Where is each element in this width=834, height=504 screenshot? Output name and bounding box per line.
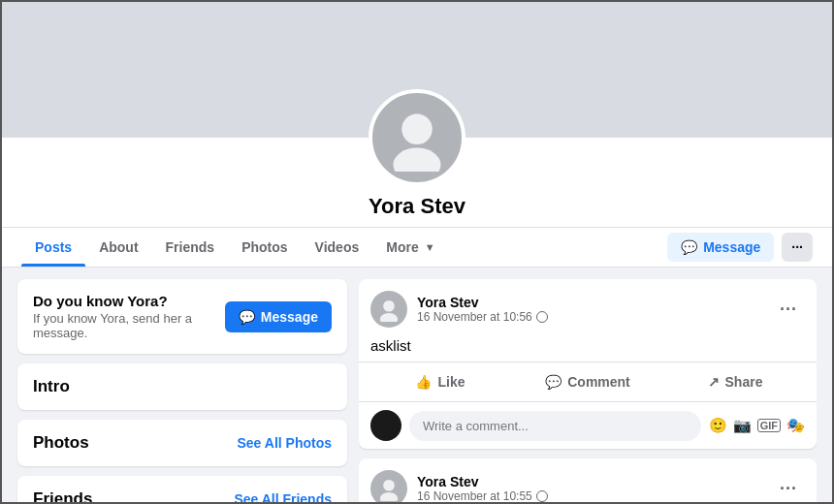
post-date-2: 16 November at 10:55: [417, 489, 532, 503]
tab-friends[interactable]: Friends: [152, 228, 229, 267]
svg-point-3: [380, 313, 398, 322]
like-label-1: Like: [437, 374, 465, 390]
profile-nav: Posts About Friends Photos Videos More ▼…: [2, 227, 832, 267]
post-body-1: asklist: [359, 333, 817, 362]
photos-panel-row: Photos See All Photos: [33, 433, 332, 453]
intro-panel-title: Intro: [33, 377, 70, 396]
post-author-1: Yora Stev 16 November at 10:56: [370, 291, 548, 328]
svg-point-2: [383, 300, 395, 312]
intro-panel-row: Intro: [33, 377, 332, 396]
comment-input-1[interactable]: [409, 411, 701, 441]
post-avatar-1: [370, 291, 407, 328]
tab-photos[interactable]: Photos: [228, 228, 301, 267]
post-author-info-1: Yora Stev 16 November at 10:56: [417, 295, 548, 324]
more-dots-button[interactable]: ···: [782, 233, 813, 262]
left-column: Do you know Yora? If you know Yora, send…: [17, 279, 347, 504]
svg-point-1: [394, 148, 441, 173]
main-content: Do you know Yora? If you know Yora, send…: [2, 268, 832, 504]
post-meta-1: 16 November at 10:56: [417, 310, 548, 324]
comment-icon-1: 💬: [545, 374, 561, 390]
tab-more-label: More: [386, 239, 418, 255]
post-avatar-2: [370, 470, 407, 504]
see-all-photos-link[interactable]: See All Photos: [237, 435, 332, 451]
post-author-2: Yora Stev 16 November at 10:55: [370, 470, 548, 504]
tab-videos[interactable]: Videos: [302, 228, 373, 267]
photos-panel: Photos See All Photos: [17, 420, 347, 466]
like-icon-1: 👍: [415, 374, 432, 390]
message-button[interactable]: 💬 Message: [667, 233, 774, 262]
share-icon-1: ↗: [708, 374, 720, 390]
photos-panel-title: Photos: [33, 433, 89, 453]
nav-tabs: Posts About Friends Photos Videos More ▼: [21, 228, 667, 267]
post-header-1: Yora Stev 16 November at 10:56 ···: [359, 279, 817, 333]
messenger-icon: 💬: [681, 239, 697, 255]
know-banner-subtitle: If you know Yora, send her a message.: [33, 311, 225, 340]
tab-about[interactable]: About: [85, 228, 151, 267]
chevron-down-icon: ▼: [425, 241, 435, 253]
post-options-2[interactable]: ···: [772, 475, 805, 503]
svg-point-0: [401, 114, 433, 145]
post-actions-1: 👍 Like 💬 Comment ↗ Share: [359, 362, 817, 401]
know-banner-title: Do you know Yora?: [33, 293, 225, 309]
friends-panel-title: Friends: [33, 489, 92, 504]
profile-name: Yora Stev: [2, 194, 832, 227]
right-column: Yora Stev 16 November at 10:56 ··· askli…: [359, 279, 817, 504]
comment-icons-1: 🙂 📷 GIF 🎭: [709, 417, 805, 434]
know-banner: Do you know Yora? If you know Yora, send…: [17, 279, 347, 354]
comment-label-1: Comment: [567, 374, 630, 390]
dots-icon: ···: [791, 239, 803, 255]
share-button-1[interactable]: ↗ Share: [661, 366, 809, 397]
like-button-1[interactable]: 👍 Like: [367, 366, 514, 397]
tab-posts[interactable]: Posts: [21, 228, 85, 267]
post-date-1: 16 November at 10:56: [417, 310, 532, 324]
intro-panel: Intro: [17, 363, 347, 410]
globe-icon-1: [536, 311, 548, 323]
emoji-icon[interactable]: 🙂: [709, 417, 727, 434]
svg-point-5: [380, 492, 398, 501]
profile-picture: [369, 89, 465, 186]
sticker-icon[interactable]: 🎭: [786, 417, 805, 434]
know-banner-message-label: Message: [261, 309, 318, 325]
comment-button-1[interactable]: 💬 Comment: [514, 366, 661, 397]
post-header-2: Yora Stev 16 November at 10:55 ···: [359, 458, 817, 504]
post-options-1[interactable]: ···: [772, 296, 805, 324]
nav-actions: 💬 Message ···: [667, 233, 813, 262]
profile-header: Yora Stev Posts About Friends Photos Vid…: [2, 89, 832, 268]
share-label-1: Share: [725, 374, 763, 390]
post-card-1: Yora Stev 16 November at 10:56 ··· askli…: [359, 279, 817, 449]
post-meta-2: 16 November at 10:55: [417, 489, 548, 503]
see-all-friends-link[interactable]: See All Friends: [234, 491, 332, 504]
camera-icon[interactable]: 📷: [733, 417, 752, 434]
post-author-name-1[interactable]: Yora Stev: [417, 295, 548, 310]
post-author-info-2: Yora Stev 16 November at 10:55: [417, 474, 548, 503]
comment-area-1: 🙂 📷 GIF 🎭: [359, 401, 817, 449]
gif-icon[interactable]: GIF: [757, 419, 781, 432]
messenger-icon-2: 💬: [239, 309, 255, 325]
post-card-2: Yora Stev 16 November at 10:55 ···: [359, 458, 817, 504]
post-author-name-2[interactable]: Yora Stev: [417, 474, 548, 489]
tab-more[interactable]: More ▼: [372, 228, 448, 267]
message-button-label: Message: [703, 239, 760, 255]
know-banner-message-button[interactable]: 💬 Message: [225, 301, 332, 332]
globe-icon-2: [536, 490, 548, 502]
profile-picture-wrap: [2, 89, 832, 186]
post-content-1: asklist: [370, 337, 411, 354]
know-banner-text: Do you know Yora? If you know Yora, send…: [33, 293, 225, 340]
svg-point-4: [383, 480, 395, 491]
friends-panel-row: Friends See All Friends: [33, 489, 332, 504]
commenter-avatar-1: [370, 410, 401, 441]
friends-panel: Friends See All Friends: [17, 476, 347, 504]
